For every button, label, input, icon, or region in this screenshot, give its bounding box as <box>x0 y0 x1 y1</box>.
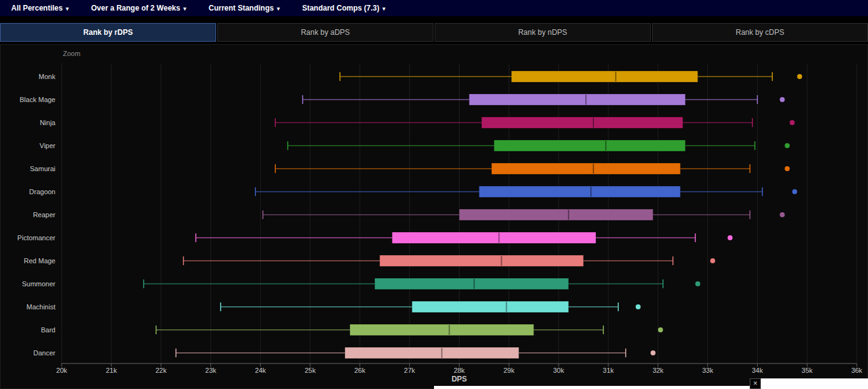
y-label-monk: Monk <box>39 73 55 80</box>
x-tick-label: 22k <box>156 367 167 374</box>
boxplot-dancer[interactable]: Dancer <box>34 347 656 359</box>
y-label-bard: Bard <box>41 326 55 334</box>
iqr-box[interactable] <box>380 255 583 266</box>
boxplot-reaper[interactable]: Reaper <box>33 209 785 220</box>
iqr-box[interactable] <box>412 301 568 312</box>
outlier-dot[interactable] <box>785 166 790 171</box>
x-axis-title: DPS <box>451 375 467 383</box>
boxplot-bard[interactable]: Bard <box>41 324 663 335</box>
dropdown-standings[interactable]: Current Standings ▾ <box>209 4 280 12</box>
outlier-dot[interactable] <box>780 212 785 217</box>
iqr-box[interactable] <box>491 163 680 174</box>
ad-close-button[interactable]: × <box>750 378 761 389</box>
x-tick-label: 31k <box>603 367 614 374</box>
tab-rank-ndps[interactable]: Rank by nDPS <box>435 23 651 42</box>
dropdown-percentiles[interactable]: All Percentiles ▾ <box>11 4 68 12</box>
outlier-dot[interactable] <box>785 143 790 148</box>
x-tick-label: 36k <box>851 367 862 374</box>
y-label-machinist: Machinist <box>27 303 55 311</box>
x-tick-label: 21k <box>106 367 117 374</box>
outlier-dot[interactable] <box>780 97 785 102</box>
y-label-pictomancer: Pictomancer <box>17 234 55 241</box>
dropdown-time-range[interactable]: Over a Range of 2 Weeks ▾ <box>91 4 186 12</box>
tab-rank-rdps[interactable]: Rank by rDPS <box>0 23 216 42</box>
iqr-box[interactable] <box>375 278 568 289</box>
x-tick-label: 23k <box>205 367 217 374</box>
outlier-dot[interactable] <box>651 350 656 355</box>
y-label-ninja: Ninja <box>40 119 56 126</box>
boxplot-black-mage[interactable]: Black Mage <box>20 94 785 105</box>
y-label-viper: Viper <box>40 142 56 149</box>
outlier-dot[interactable] <box>790 120 795 125</box>
y-label-dragoon: Dragoon <box>29 188 55 195</box>
iqr-box[interactable] <box>345 347 519 359</box>
x-tick-label: 26k <box>354 367 366 374</box>
iqr-box[interactable] <box>481 117 682 128</box>
dps-boxplot-chart[interactable]: 20k21k22k23k24k25k26k27k28k29k30k31k32k3… <box>1 45 868 389</box>
ad-content[interactable] <box>761 378 868 389</box>
iqr-box[interactable] <box>392 232 596 243</box>
dropdown-standings-label: Current Standings <box>209 4 274 12</box>
boxplot-dragoon[interactable]: Dragoon <box>29 186 797 197</box>
tab-rank-adps[interactable]: Rank by aDPS <box>217 23 433 42</box>
boxplot-ninja[interactable]: Ninja <box>40 117 795 128</box>
y-label-black-mage: Black Mage <box>20 96 55 103</box>
boxplot-viper[interactable]: Viper <box>40 140 790 151</box>
x-tick-label: 30k <box>553 367 564 374</box>
x-tick-label: 29k <box>503 367 514 374</box>
x-tick-label: 32k <box>653 367 664 374</box>
outlier-dot[interactable] <box>658 327 663 332</box>
y-label-red-mage: Red Mage <box>24 257 55 265</box>
x-tick-label: 28k <box>454 367 465 374</box>
x-tick-label: 27k <box>404 367 415 374</box>
x-tick-label: 25k <box>304 367 316 374</box>
outlier-dot[interactable] <box>636 304 641 309</box>
outlier-dot[interactable] <box>696 281 701 286</box>
chart-panel: 20k21k22k23k24k25k26k27k28k29k30k31k32k3… <box>0 44 868 389</box>
outlier-dot[interactable] <box>710 258 715 263</box>
y-label-summoner: Summoner <box>22 280 55 288</box>
chevron-down-icon: ▾ <box>66 6 69 12</box>
outlier-dot[interactable] <box>792 189 797 194</box>
y-label-dancer: Dancer <box>34 349 56 357</box>
ad-banner: × <box>750 378 868 389</box>
chevron-down-icon: ▾ <box>382 6 385 12</box>
dropdown-comps[interactable]: Standard Comps (7.3) ▾ <box>302 4 385 12</box>
x-tick-label: 35k <box>801 367 813 374</box>
dropdown-percentiles-label: All Percentiles <box>11 4 63 12</box>
iqr-box[interactable] <box>479 186 680 197</box>
dropdown-comps-label: Standard Comps (7.3) <box>302 4 379 12</box>
outlier-dot[interactable] <box>797 74 802 79</box>
x-tick-label: 34k <box>752 367 763 374</box>
iqr-box[interactable] <box>460 209 653 220</box>
iqr-box[interactable] <box>469 94 685 105</box>
boxplot-red-mage[interactable]: Red Mage <box>24 255 715 266</box>
rank-tab-bar: Rank by rDPS Rank by aDPS Rank by nDPS R… <box>0 23 868 42</box>
tab-rank-cdps[interactable]: Rank by cDPS <box>652 23 868 42</box>
chevron-down-icon: ▾ <box>183 6 186 12</box>
boxplot-machinist[interactable]: Machinist <box>27 301 641 312</box>
iqr-box[interactable] <box>350 324 534 335</box>
x-tick-label: 33k <box>702 367 714 374</box>
dropdown-time-range-label: Over a Range of 2 Weeks <box>91 4 180 12</box>
y-label-samurai: Samurai <box>30 165 55 172</box>
x-tick-label: 20k <box>56 367 67 374</box>
chevron-down-icon: ▾ <box>277 6 280 12</box>
iqr-box[interactable] <box>494 140 685 151</box>
x-tick-label: 24k <box>255 367 266 374</box>
boxplot-monk[interactable]: Monk <box>39 71 802 82</box>
y-label-reaper: Reaper <box>33 211 55 218</box>
top-nav: All Percentiles ▾ Over a Range of 2 Week… <box>0 0 868 16</box>
zoom-label: Zoom <box>63 50 80 57</box>
boxplot-summoner[interactable]: Summoner <box>22 278 700 289</box>
outlier-dot[interactable] <box>727 235 732 240</box>
iqr-box[interactable] <box>511 71 697 82</box>
boxplot-pictomancer[interactable]: Pictomancer <box>17 232 733 243</box>
